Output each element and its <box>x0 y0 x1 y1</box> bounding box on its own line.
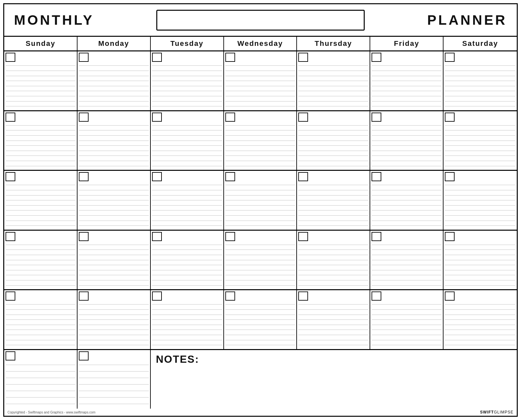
calendar-cell-r3-c5[interactable] <box>297 171 370 230</box>
calendar-cell-r5-c7[interactable] <box>444 290 517 349</box>
date-number-box[interactable] <box>152 291 162 301</box>
calendar-cell-r3-c2[interactable] <box>77 171 151 230</box>
calendar-cell-r2-c6[interactable] <box>370 111 444 170</box>
calendar-cell-r5-c3[interactable] <box>151 290 224 349</box>
date-number-box[interactable] <box>298 172 308 181</box>
cell-line <box>6 325 76 325</box>
date-number-box[interactable] <box>372 172 381 181</box>
date-number-box[interactable] <box>445 291 455 301</box>
calendar-cell-r4-c6[interactable] <box>370 231 444 290</box>
calendar-cell-r4-c2[interactable] <box>77 231 151 290</box>
date-number-box[interactable] <box>152 232 162 241</box>
cell-line <box>225 125 295 126</box>
date-number-box[interactable] <box>298 291 308 301</box>
cell-line <box>298 135 368 136</box>
date-number-box[interactable] <box>152 53 162 62</box>
date-number-box[interactable] <box>79 53 89 62</box>
date-number-box[interactable] <box>225 53 235 62</box>
calendar-cell-r3-c7[interactable] <box>444 171 517 230</box>
cell-line <box>79 255 149 255</box>
date-number-box[interactable] <box>225 172 235 181</box>
calendar-cell-r5-c4[interactable] <box>224 290 297 349</box>
date-number-box[interactable] <box>6 232 15 241</box>
date-number-box[interactable] <box>298 53 308 62</box>
calendar-cell-r1-c6[interactable] <box>370 51 444 110</box>
cell-line <box>225 101 295 102</box>
calendar-cell-r1-c7[interactable] <box>444 51 517 110</box>
cell-line <box>225 345 295 345</box>
date-number-box[interactable] <box>445 113 455 122</box>
calendar-cell-r5-c2[interactable] <box>77 290 151 349</box>
calendar-cell-r1-c1[interactable] <box>4 51 77 110</box>
cell-line <box>225 319 295 320</box>
calendar-cell-r2-c2[interactable] <box>77 111 151 170</box>
cell-line <box>6 391 76 391</box>
calendar-cell-r4-c1[interactable] <box>4 231 77 290</box>
cell-line <box>79 335 149 335</box>
calendar-cell-r2-c1[interactable] <box>4 111 77 170</box>
date-number-box[interactable] <box>372 53 381 62</box>
date-number-box[interactable] <box>445 53 455 62</box>
date-number-box[interactable] <box>225 232 235 241</box>
cell-lines <box>225 301 295 348</box>
calendar-cell-r4-c7[interactable] <box>444 231 517 290</box>
date-number-box[interactable] <box>372 113 381 122</box>
calendar-cell-r2-c4[interactable] <box>224 111 297 170</box>
calendar-cell-r3-c3[interactable] <box>151 171 224 230</box>
date-number-box[interactable] <box>152 172 162 181</box>
cell-line <box>298 280 368 280</box>
cell-line <box>372 309 442 310</box>
date-number-box[interactable] <box>79 172 89 181</box>
date-number-box[interactable] <box>79 232 89 241</box>
notes-cell-monday[interactable] <box>77 350 151 409</box>
calendar-cell-r5-c1[interactable] <box>4 290 77 349</box>
date-number-box[interactable] <box>372 232 381 241</box>
calendar-cell-r3-c6[interactable] <box>370 171 444 230</box>
cell-line <box>372 200 442 200</box>
calendar-cell-r4-c4[interactable] <box>224 231 297 290</box>
date-number-box[interactable] <box>6 113 15 122</box>
date-number-box[interactable] <box>152 113 162 122</box>
date-number-box[interactable] <box>79 291 89 301</box>
date-number-box[interactable] <box>225 291 235 301</box>
cell-line <box>152 145 222 146</box>
cell-line <box>152 335 222 335</box>
date-number-box[interactable] <box>445 172 455 181</box>
month-input-box[interactable] <box>156 10 365 31</box>
cell-line <box>6 195 76 196</box>
calendar-cell-r1-c2[interactable] <box>77 51 151 110</box>
date-number-box[interactable] <box>225 113 235 122</box>
calendar-cell-r3-c4[interactable] <box>224 171 297 230</box>
date-number-box[interactable] <box>298 113 308 122</box>
calendar-cell-r1-c5[interactable] <box>297 51 370 110</box>
cell-line <box>445 255 515 255</box>
calendar-cell-r4-c3[interactable] <box>151 231 224 290</box>
date-number-box[interactable] <box>6 291 15 301</box>
cell-lines <box>372 182 442 228</box>
date-number-box[interactable] <box>298 232 308 241</box>
cell-line <box>298 141 368 141</box>
date-number-box[interactable] <box>79 113 89 122</box>
date-number-box[interactable] <box>6 351 15 360</box>
cell-line <box>445 245 515 245</box>
date-number-box[interactable] <box>6 172 15 181</box>
calendar-cell-r4-c5[interactable] <box>297 231 370 290</box>
calendar-cell-r5-c6[interactable] <box>370 290 444 349</box>
cell-lines <box>225 62 295 109</box>
calendar-cell-r3-c1[interactable] <box>4 171 77 230</box>
date-number-box[interactable] <box>445 232 455 241</box>
calendar-row-4 <box>4 231 517 291</box>
calendar-cell-r1-c3[interactable] <box>151 51 224 110</box>
calendar-cell-r1-c4[interactable] <box>224 51 297 110</box>
date-number-box[interactable] <box>79 351 89 360</box>
calendar-cell-r2-c5[interactable] <box>297 111 370 170</box>
notes-main-cell[interactable]: NOTES: <box>151 350 517 409</box>
notes-cell-sunday[interactable] <box>4 350 77 409</box>
date-number-box[interactable] <box>372 291 381 301</box>
date-number-box[interactable] <box>6 53 15 62</box>
header-thursday: Thursday <box>297 37 370 50</box>
cell-line <box>372 325 442 325</box>
calendar-cell-r2-c3[interactable] <box>151 111 224 170</box>
calendar-cell-r2-c7[interactable] <box>444 111 517 170</box>
calendar-cell-r5-c5[interactable] <box>297 290 370 349</box>
